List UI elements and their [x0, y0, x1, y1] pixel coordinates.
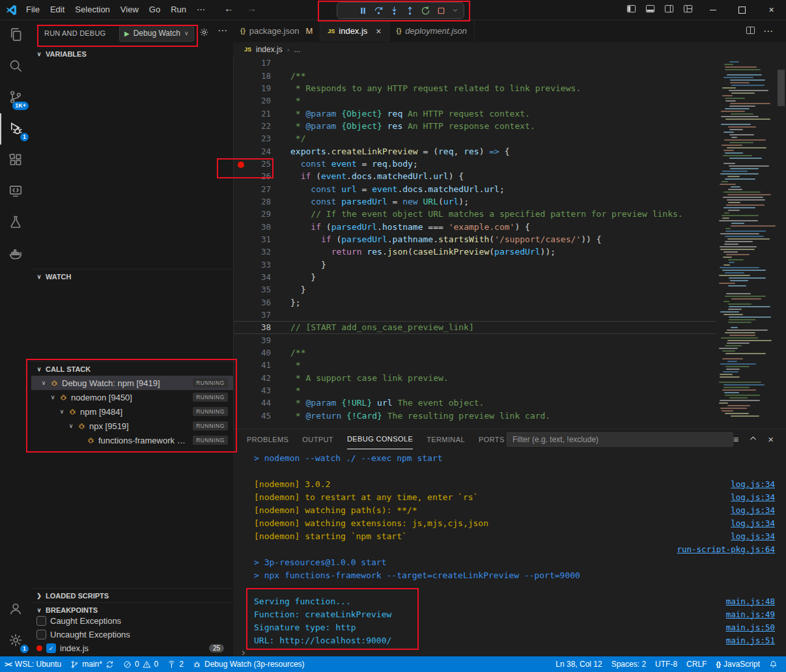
- line-number[interactable]: 39: [233, 335, 283, 345]
- watch-section-header[interactable]: ∨WATCH: [31, 269, 233, 283]
- line-number[interactable]: 44: [233, 398, 283, 408]
- activity-bar-item-source-control[interactable]: 1K+: [0, 82, 31, 113]
- callstack-row[interactable]: ∨npm [9484]RUNNING: [31, 404, 233, 419]
- menu-item-selection[interactable]: Selection: [70, 3, 115, 17]
- console-source-link[interactable]: main.js:51: [726, 636, 775, 645]
- close-panel-icon[interactable]: ×: [768, 434, 774, 445]
- line-number[interactable]: 34: [233, 272, 283, 282]
- editor-tab-deployment.json[interactable]: {}deployment.json: [389, 20, 475, 42]
- launch-config-dropdown[interactable]: ▶ Debug Watch ∨: [119, 25, 194, 42]
- status-item-debug-status[interactable]: Debug Watch (3p-resources): [188, 656, 309, 672]
- customize-layout-icon[interactable]: [683, 4, 693, 16]
- code-editor[interactable]: 1718/**19 * Responds to any HTTP request…: [233, 57, 716, 428]
- twistie-icon[interactable]: ∨: [68, 423, 74, 429]
- status-item-remote-indicator[interactable]: ><WSL: Ubuntu: [0, 656, 66, 672]
- callstack-row[interactable]: ∨nodemon [9450]RUNNING: [31, 390, 233, 404]
- line-number[interactable]: 40: [233, 348, 283, 357]
- menu-item-run[interactable]: Run: [165, 3, 191, 17]
- toggle-panel-icon[interactable]: [645, 4, 655, 16]
- call-stack-section-header[interactable]: ∨CALL STACK: [31, 361, 233, 376]
- console-source-link[interactable]: run-script-pkg.js:64: [677, 544, 775, 554]
- menu-item-edit[interactable]: Edit: [45, 3, 70, 17]
- activity-bar-item-settings[interactable]: 1: [0, 625, 31, 656]
- maximize-panel-icon[interactable]: [749, 434, 757, 445]
- breakpoint-row[interactable]: Caught Exceptions: [31, 614, 233, 628]
- line-number[interactable]: 36: [233, 298, 283, 307]
- line-number[interactable]: 42: [233, 373, 283, 383]
- status-item-indentation[interactable]: Spaces: 2: [607, 656, 651, 672]
- line-number[interactable]: 24: [233, 147, 283, 156]
- status-item-notifications[interactable]: [765, 656, 782, 672]
- line-number[interactable]: 31: [233, 234, 283, 244]
- minimize-button[interactable]: [698, 0, 727, 20]
- line-number[interactable]: 17: [233, 58, 283, 68]
- menu-overflow-icon[interactable]: ⋯: [191, 3, 210, 17]
- console-source-link[interactable]: log.js:34: [731, 531, 775, 541]
- editor-more-actions-icon[interactable]: ⋯: [763, 25, 773, 37]
- breakpoint-dot-icon[interactable]: [238, 161, 244, 168]
- panel-tab-output[interactable]: OUTPUT: [302, 430, 333, 449]
- line-number[interactable]: 35: [233, 285, 283, 294]
- line-number[interactable]: 22: [233, 121, 283, 131]
- activity-bar-item-docker[interactable]: [0, 238, 31, 270]
- breakpoint-checkbox[interactable]: ✓: [46, 643, 56, 653]
- console-source-link[interactable]: log.js:34: [731, 492, 775, 502]
- status-item-ports-forwarded[interactable]: 2: [163, 656, 188, 672]
- line-number[interactable]: 26: [233, 171, 283, 181]
- activity-bar-item-remote-explorer[interactable]: [0, 176, 31, 207]
- console-source-link[interactable]: main.js:49: [726, 609, 775, 619]
- toggle-sidebar-icon[interactable]: [626, 4, 636, 16]
- editor-tab-package.json[interactable]: {}package.jsonM: [233, 20, 320, 42]
- panel-tab-debug-console[interactable]: DEBUG CONSOLE: [347, 430, 413, 449]
- breakpoint-checkbox[interactable]: [36, 630, 46, 639]
- variables-section-header[interactable]: ∨VARIABLES: [31, 47, 233, 61]
- close-tab-icon[interactable]: ×: [376, 26, 381, 36]
- pause-icon[interactable]: [358, 6, 368, 16]
- editor-scrollbar[interactable]: [778, 70, 785, 106]
- breakpoint-row[interactable]: ✓index.js25: [31, 641, 233, 655]
- dropdown-icon[interactable]: [452, 7, 458, 14]
- activity-bar-item-search[interactable]: [0, 51, 31, 82]
- twistie-icon[interactable]: ∨: [59, 408, 65, 415]
- breadcrumb[interactable]: JS index.js › ...: [233, 42, 786, 57]
- activity-bar-item-account[interactable]: [0, 594, 31, 625]
- more-actions-icon[interactable]: ⋯: [218, 25, 227, 36]
- line-number[interactable]: 20: [233, 96, 283, 105]
- line-number[interactable]: 23: [233, 133, 283, 143]
- console-source-link[interactable]: main.js:50: [726, 623, 775, 632]
- console-source-link[interactable]: log.js:34: [731, 518, 775, 528]
- breadcrumb-file[interactable]: index.js: [256, 45, 283, 54]
- status-item-eol[interactable]: CRLF: [682, 656, 711, 672]
- console-source-link[interactable]: main.js:48: [726, 596, 775, 606]
- loaded-scripts-section-header[interactable]: ❯LOADED SCRIPTS: [31, 588, 233, 602]
- console-source-link[interactable]: log.js:34: [731, 479, 775, 489]
- console-output-options-icon[interactable]: ≡: [733, 434, 738, 445]
- step-out-icon[interactable]: [405, 6, 415, 16]
- step-into-icon[interactable]: [389, 6, 399, 16]
- line-number[interactable]: 30: [233, 222, 283, 232]
- close-button[interactable]: ×: [757, 0, 786, 20]
- activity-bar-item-testing[interactable]: [0, 207, 31, 238]
- activity-bar-item-run-and-debug[interactable]: 1: [0, 113, 31, 145]
- step-over-icon[interactable]: [374, 6, 384, 16]
- minimap[interactable]: [716, 57, 776, 428]
- line-number[interactable]: 33: [233, 260, 283, 270]
- console-source-link[interactable]: log.js:34: [731, 505, 775, 515]
- line-number[interactable]: 27: [233, 184, 283, 194]
- status-item-git-branch[interactable]: main*: [66, 656, 119, 672]
- menu-item-view[interactable]: View: [115, 3, 144, 17]
- line-number[interactable]: 29: [233, 209, 283, 219]
- status-item-language-mode[interactable]: {}JavaScript: [711, 656, 765, 672]
- callstack-row[interactable]: functions-framework [954...RUNNING: [31, 433, 233, 447]
- status-item-problems[interactable]: 00: [119, 656, 163, 672]
- restart-icon[interactable]: [421, 6, 430, 16]
- line-number[interactable]: 32: [233, 247, 283, 257]
- toggle-secondary-sidebar-icon[interactable]: [664, 4, 674, 16]
- line-number[interactable]: 19: [233, 83, 283, 93]
- line-number[interactable]: 37: [233, 310, 283, 320]
- line-number[interactable]: 45: [233, 411, 283, 421]
- activity-bar-item-extensions[interactable]: [0, 145, 31, 176]
- twistie-icon[interactable]: ∨: [49, 394, 56, 400]
- twistie-icon[interactable]: ∨: [40, 380, 47, 386]
- line-number[interactable]: 21: [233, 109, 283, 119]
